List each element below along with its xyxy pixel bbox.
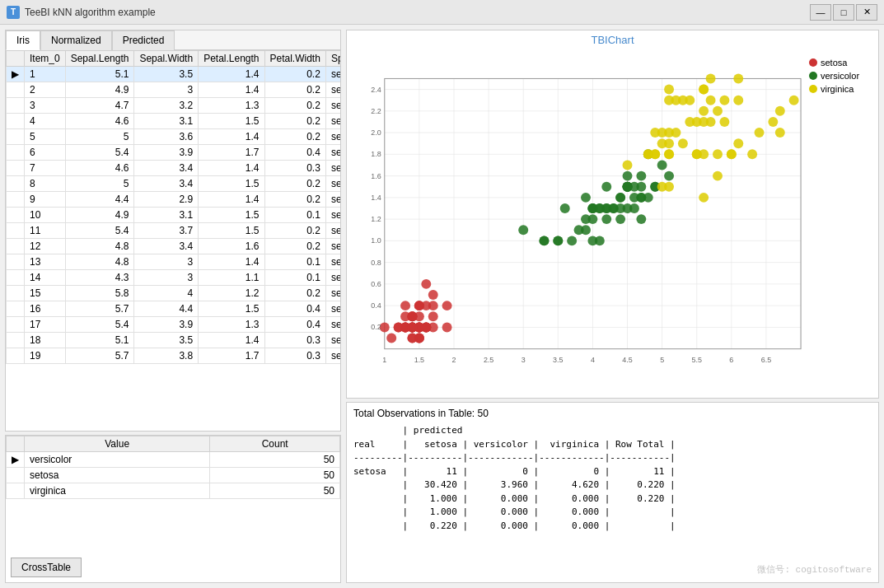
table-row[interactable]: 74.63.41.40.3setosa	[7, 161, 341, 176]
table-row[interactable]: 65.43.91.70.4setosa	[7, 145, 341, 161]
table-cell: 1.5	[199, 114, 264, 129]
svg-point-82	[636, 171, 646, 181]
svg-text:2.5: 2.5	[484, 356, 493, 364]
cross-table-button[interactable]: CrossTable	[11, 558, 82, 577]
svg-text:1.6: 1.6	[371, 172, 381, 180]
table-row[interactable]: 104.93.11.50.1setosa	[7, 208, 341, 223]
table-cell: setosa	[325, 317, 340, 333]
table-cell: 5.4	[65, 317, 134, 333]
svg-point-156	[733, 138, 743, 148]
svg-text:1.5: 1.5	[414, 356, 424, 364]
svg-point-84	[629, 203, 639, 213]
table-cell: 0.2	[264, 192, 325, 208]
observations-panel[interactable]: Total Observations in Table: 50 | predic…	[346, 402, 879, 583]
table-cell: 0.4	[264, 301, 325, 317]
svg-point-158	[699, 106, 709, 116]
svg-point-143	[775, 106, 785, 116]
table-row[interactable]: 134.831.40.1setosa	[7, 254, 341, 270]
svg-point-121	[601, 214, 611, 224]
tab-normalized[interactable]: Normalized	[40, 30, 112, 50]
svg-text:2: 2	[451, 356, 456, 364]
table-row[interactable]: 165.74.41.50.4setosa	[7, 301, 341, 317]
table-cell: 18	[25, 333, 66, 348]
table-cell: setosa	[325, 208, 340, 223]
summary-table-container[interactable]: ValueCount ▶versicolor50setosa50virginic…	[6, 436, 340, 553]
table-row[interactable]: 24.931.40.2setosa	[7, 82, 341, 98]
minimize-button[interactable]: —	[810, 4, 831, 21]
tab-predicted[interactable]: Predicted	[112, 30, 175, 50]
svg-text:6: 6	[729, 356, 733, 364]
observations-text: | predicted real | setosa | versicolor |…	[353, 424, 872, 533]
svg-point-112	[636, 182, 646, 192]
table-cell: 1.4	[199, 254, 264, 270]
table-cell	[7, 270, 25, 286]
table-cell: 3.1	[134, 208, 199, 223]
svg-point-128	[719, 117, 729, 127]
svg-text:1.4: 1.4	[371, 194, 381, 202]
table-row[interactable]: ▶15.13.51.40.2setosa	[7, 67, 341, 82]
table-row[interactable]: 44.63.11.50.2setosa	[7, 114, 341, 129]
table-row[interactable]: 175.43.91.30.4setosa	[7, 317, 341, 333]
svg-point-157	[755, 128, 765, 138]
legend-label: versicolor	[821, 71, 859, 81]
summary-row[interactable]: virginica50	[7, 483, 340, 499]
table-cell: setosa	[325, 254, 340, 270]
table-cell: 4.4	[65, 192, 134, 208]
svg-point-117	[629, 193, 639, 203]
tab-iris[interactable]: Iris	[6, 30, 40, 50]
close-button[interactable]: ✕	[856, 4, 877, 21]
table-cell: setosa	[325, 114, 340, 129]
summary-col-header: Count	[210, 436, 340, 452]
table-row[interactable]: 94.42.91.40.2setosa	[7, 192, 341, 208]
svg-text:4: 4	[591, 356, 595, 364]
table-cell: 15	[25, 286, 66, 301]
table-cell: 4.9	[65, 82, 134, 98]
summary-row[interactable]: ▶versicolor50	[7, 452, 340, 468]
table-row[interactable]: 34.73.21.30.2setosa	[7, 98, 341, 114]
table-cell	[7, 114, 25, 129]
table-cell: 0.3	[264, 348, 325, 364]
table-row[interactable]: 115.43.71.50.2setosa	[7, 223, 341, 239]
table-cell: 1.4	[199, 67, 264, 82]
table-cell: 0.4	[264, 317, 325, 333]
table-row[interactable]: 853.41.50.2setosa	[7, 176, 341, 192]
svg-point-174	[664, 149, 674, 159]
summary-cell: 50	[210, 452, 340, 468]
table-row[interactable]: 144.331.10.1setosa	[7, 270, 341, 286]
table-cell: 3.2	[134, 98, 199, 114]
table-cell: setosa	[325, 223, 340, 239]
column-header: Petal.Width	[264, 51, 325, 67]
svg-point-70	[442, 301, 452, 310]
table-row[interactable]: 553.61.40.2setosa	[7, 129, 341, 145]
svg-point-166	[699, 85, 709, 95]
observations-header: Total Observations in Table: 50	[353, 408, 872, 419]
table-cell: 1.2	[199, 286, 264, 301]
table-cell: 5.8	[65, 286, 134, 301]
summary-row[interactable]: setosa50	[7, 468, 340, 483]
table-cell: 4	[25, 114, 66, 129]
iris-table-container[interactable]: Item_0Sepal.LengthSepal.WidthPetal.Lengt…	[6, 50, 340, 431]
table-cell: 0.2	[264, 129, 325, 145]
svg-point-49	[428, 290, 438, 300]
table-cell: 1.7	[199, 348, 264, 364]
bottom-controls: CrossTable	[6, 553, 340, 582]
svg-point-131	[768, 117, 778, 127]
table-cell: setosa	[325, 145, 340, 161]
svg-point-63	[407, 334, 417, 343]
table-row[interactable]: 185.13.51.40.3setosa	[7, 333, 341, 348]
table-row[interactable]: 124.83.41.60.2setosa	[7, 239, 341, 254]
maximize-button[interactable]: □	[833, 4, 854, 21]
table-cell: 5.4	[65, 145, 134, 161]
table-row[interactable]: 155.841.20.2setosa	[7, 286, 341, 301]
legend-label: setosa	[821, 58, 847, 68]
table-cell: setosa	[325, 286, 340, 301]
svg-point-160	[699, 193, 709, 203]
svg-point-93	[595, 236, 605, 245]
table-cell: 3	[134, 82, 199, 98]
svg-point-124	[518, 225, 528, 235]
table-cell: 5	[25, 129, 66, 145]
table-row[interactable]: 195.73.81.70.3setosa	[7, 348, 341, 364]
table-cell: 14	[25, 270, 66, 286]
summary-panel: ValueCount ▶versicolor50setosa50virginic…	[5, 435, 341, 583]
table-cell: 5.4	[65, 223, 134, 239]
